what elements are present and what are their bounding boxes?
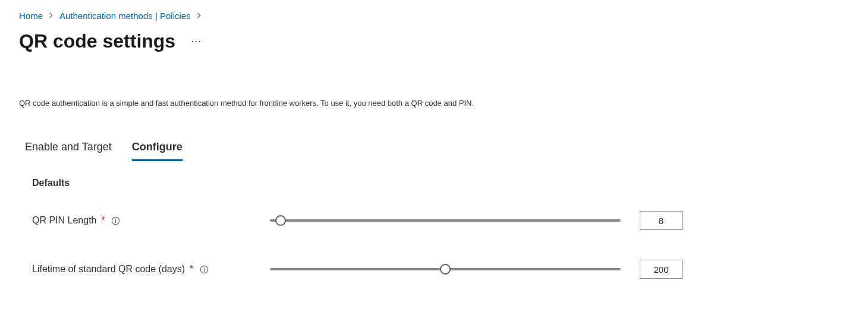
section-heading-defaults: Defaults [19,178,849,188]
more-icon[interactable]: ··· [187,31,205,51]
slider-thumb[interactable] [440,264,451,275]
chevron-right-icon [197,11,202,20]
info-icon[interactable] [111,216,121,225]
setting-row-pin-length: QR PIN Length * [32,203,849,238]
required-asterisk: * [102,215,105,226]
slider-pin-length[interactable] [270,219,621,222]
svg-point-1 [115,218,117,219]
breadcrumb-link-home[interactable]: Home [19,11,43,21]
tab-configure[interactable]: Configure [132,137,183,161]
info-icon[interactable] [199,264,209,274]
input-pin-length[interactable] [640,211,683,230]
breadcrumb: Home Authentication methods | Policies [19,11,849,21]
chevron-right-icon [49,11,54,20]
slider-lifetime[interactable] [270,268,621,270]
tabs: Enable and Target Configure [19,137,849,161]
setting-row-lifetime: Lifetime of standard QR code (days) * [32,251,849,287]
required-asterisk: * [190,264,193,275]
setting-label-pin-length: QR PIN Length [32,215,97,226]
svg-point-4 [203,267,205,268]
svg-rect-2 [115,220,116,223]
setting-label-lifetime: Lifetime of standard QR code (days) [32,264,185,275]
breadcrumb-link-auth-methods[interactable]: Authentication methods | Policies [59,11,191,21]
page-description: QR code authentication is a simple and f… [19,99,554,108]
input-lifetime[interactable] [640,260,683,279]
tab-enable-and-target[interactable]: Enable and Target [25,137,112,161]
page-title: QR code settings [19,30,175,52]
slider-thumb[interactable] [275,215,286,226]
svg-rect-5 [204,269,205,272]
